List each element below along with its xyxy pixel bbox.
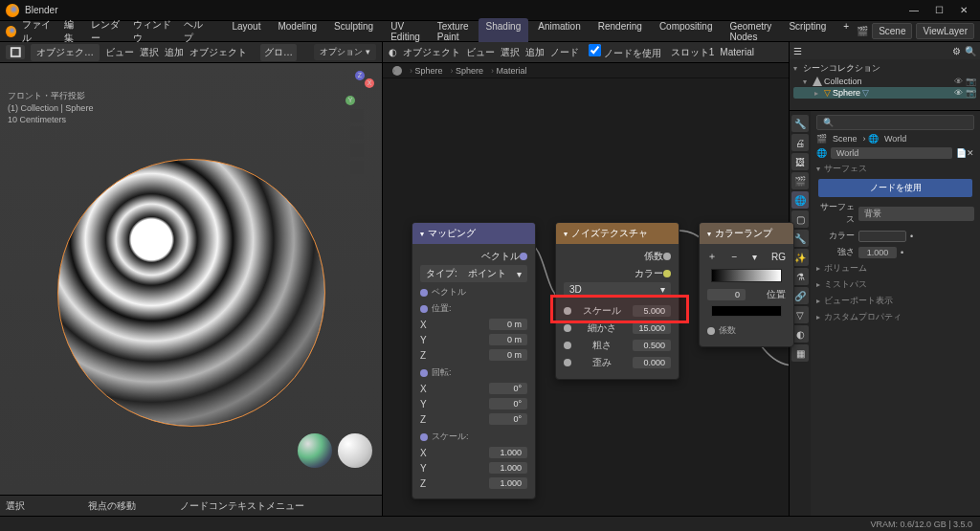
menu-file[interactable]: ファイル (22, 18, 56, 45)
viewport-section[interactable]: ビューポート表示 (816, 295, 974, 307)
noise-dim[interactable]: 3D ▾ (564, 282, 671, 297)
camera-icon[interactable] (350, 144, 364, 157)
loc-y[interactable]: 0 m (489, 334, 527, 345)
pan-icon[interactable] (350, 126, 364, 140)
vp-add[interactable]: 追加 (165, 46, 184, 59)
outliner-filter-icon[interactable]: ⚙ (952, 46, 961, 56)
axis-y[interactable]: Y (345, 96, 355, 105)
tab-compositing[interactable]: Compositing (652, 18, 721, 45)
mapping-type[interactable]: タイプ: ポイント ▾ (420, 265, 527, 282)
perspective-icon[interactable] (350, 161, 364, 174)
ramp-index[interactable]: 0 (707, 289, 746, 300)
noise-detail[interactable]: 15.000 (633, 322, 671, 334)
world-new-icon[interactable]: 📄✕ (956, 148, 974, 158)
minimize-button[interactable]: — (907, 4, 921, 17)
world-select-icon[interactable]: 🌐 (816, 148, 827, 158)
zoom-icon[interactable] (350, 109, 364, 122)
loc-x[interactable]: 0 m (489, 319, 527, 330)
socket-color-out[interactable] (663, 270, 671, 277)
properties-search[interactable]: 🔍 (816, 115, 974, 130)
tab-geonodes[interactable]: Geometry Nodes (722, 18, 779, 45)
coll-visibility[interactable]: 👁 📷 (954, 77, 976, 86)
use-nodes-check[interactable] (589, 44, 601, 56)
tab-layout[interactable]: Layout (224, 18, 268, 45)
tab-scripting[interactable]: Scripting (781, 18, 834, 45)
maximize-button[interactable]: ☐ (932, 4, 946, 17)
prop-tab-output[interactable]: 🖨 (791, 134, 809, 151)
ramp-add[interactable]: ＋ (707, 250, 717, 263)
mist-section[interactable]: ミストパス (816, 278, 974, 291)
node-noise-texture[interactable]: ノイズテクスチャ 係数 カラー 3D ▾ スケール5.000 細かさ15.000… (555, 222, 679, 380)
ramp-mode[interactable]: RG (771, 252, 786, 262)
sphere-preview[interactable] (57, 159, 325, 427)
sock-rough[interactable] (564, 342, 571, 349)
vp-select[interactable]: 選択 (140, 46, 159, 59)
options-dropdown[interactable]: オプション ▾ (314, 44, 376, 60)
tab-sculpting[interactable]: Sculpting (326, 18, 381, 45)
editor-type-icon[interactable]: 🔳 (6, 45, 25, 59)
menu-render[interactable]: レンダー (91, 18, 124, 45)
viewport-3d[interactable]: 🔳 オブジェク… ビュー 選択 追加 オブジェクト グロ… オプション ▾ フロ… (0, 42, 383, 516)
prop-tab-world[interactable]: 🌐 (791, 191, 809, 209)
ramp-dropdown[interactable]: ▾ (752, 252, 757, 262)
ne-view[interactable]: ビュー (466, 46, 495, 59)
tab-modeling[interactable]: Modeling (270, 18, 324, 45)
custom-section[interactable]: カスタムプロパティ (816, 311, 974, 323)
orientation-global[interactable]: グロ… (260, 44, 297, 61)
vp-object[interactable]: オブジェクト (189, 46, 247, 59)
color-ramp-gradient[interactable] (711, 269, 782, 282)
tab-uv[interactable]: UV Editing (383, 18, 428, 45)
socket-rot[interactable] (420, 369, 428, 377)
menu-edit[interactable]: 編集 (64, 18, 80, 45)
use-nodes-button[interactable]: ノードを使用 (818, 179, 972, 197)
rot-x[interactable]: 0° (489, 383, 527, 394)
loc-z[interactable]: 0 m (489, 349, 527, 361)
material-name[interactable]: Material (720, 47, 754, 57)
scene-name[interactable]: Scene (872, 23, 912, 39)
outliner-type-icon[interactable]: ☰ (793, 46, 802, 56)
bc-sphere[interactable]: Sphere (410, 66, 443, 76)
viewlayer-name[interactable]: ViewLayer (916, 23, 974, 39)
node-noise-header[interactable]: ノイズテクスチャ (556, 223, 679, 244)
scl-y[interactable]: 1.000 (489, 462, 527, 474)
sphere-row[interactable]: ▸▽ Sphere ▽👁 📷 (793, 87, 976, 99)
sock-detail[interactable] (564, 324, 571, 332)
sock-ramp-fac[interactable] (707, 327, 715, 335)
prop-tab-view[interactable]: 🖼 (791, 153, 809, 170)
world-strength[interactable]: 1.000 (858, 247, 897, 258)
volume-section[interactable]: ボリューム (816, 262, 974, 275)
menu-window[interactable]: ウィンドウ (133, 18, 174, 45)
collection-row[interactable]: ▾ Collection👁 📷 (793, 76, 976, 87)
ne-select[interactable]: 選択 (501, 46, 520, 59)
ne-add[interactable]: 追加 (525, 46, 545, 59)
scl-z[interactable]: 1.000 (489, 477, 527, 489)
noise-rough[interactable]: 0.500 (633, 340, 671, 351)
noise-distort[interactable]: 0.000 (633, 357, 671, 368)
ramp-remove[interactable]: − (731, 252, 737, 262)
ramp-color-swatch[interactable] (711, 305, 782, 317)
rot-y[interactable]: 0° (489, 398, 527, 409)
prop-tab-render[interactable]: 🔧 (791, 115, 809, 132)
bc-sphere2[interactable]: Sphere (451, 66, 484, 76)
material-ball[interactable] (338, 433, 372, 468)
ne-node[interactable]: ノード (550, 46, 579, 59)
prop-tab-texture[interactable]: ▦ (791, 344, 809, 362)
sphere-visibility[interactable]: 👁 📷 (954, 88, 976, 98)
surface-shader[interactable]: 背景 (858, 207, 974, 221)
node-mapping[interactable]: マッピング ベクトル タイプ: ポイント ▾ ベクトル 位置: X0 m Y0 … (412, 222, 536, 499)
noise-scale[interactable]: 5.000 (633, 305, 671, 317)
node-mapping-header[interactable]: マッピング (412, 223, 535, 244)
node-colorramp-header[interactable]: カラーランプ (700, 223, 793, 244)
tab-texpaint[interactable]: Texture Paint (430, 18, 477, 45)
surface-section[interactable]: サーフェス (816, 163, 974, 175)
outliner-search-icon[interactable]: 🔍 (965, 46, 976, 56)
socket-vector-in[interactable] (420, 289, 428, 297)
prop-tab-scene[interactable]: 🎬 (791, 172, 809, 189)
sock-distort[interactable] (564, 359, 571, 366)
ne-editor-type[interactable]: ◐ (389, 47, 397, 57)
shader-editor[interactable]: ◐ オブジェクト ビュー 選択 追加 ノード ノードを使用 スロット1 Mate… (383, 42, 789, 516)
tab-add[interactable]: + (835, 18, 857, 45)
close-button[interactable]: ✕ (957, 4, 970, 17)
bc-material[interactable]: Material (491, 66, 527, 76)
axis-z[interactable]: Z (355, 71, 365, 80)
